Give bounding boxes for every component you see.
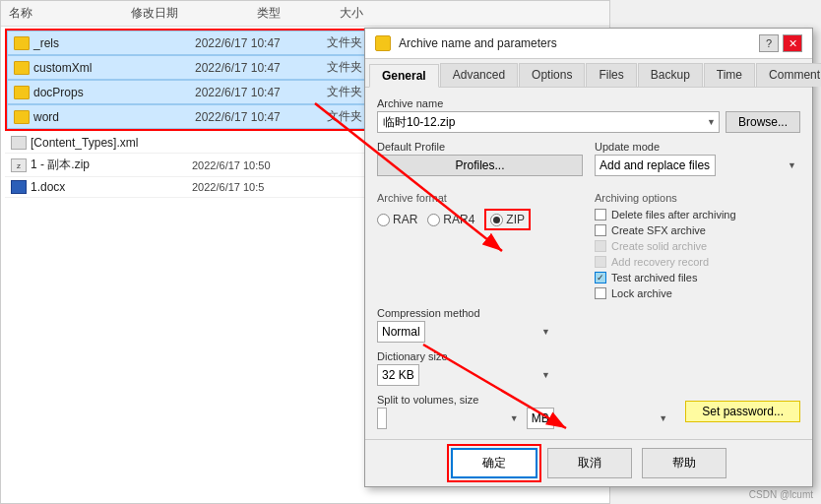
option-recovery: Add recovery record bbox=[595, 256, 800, 268]
tab-options[interactable]: Options bbox=[519, 63, 585, 87]
folder-icon bbox=[14, 61, 30, 75]
dialog-title-text: Archive name and parameters bbox=[399, 36, 557, 50]
file-date: 2022/6/17 10:47 bbox=[195, 36, 323, 50]
split-label: Split to volumes, size bbox=[377, 394, 671, 406]
tab-general[interactable]: General bbox=[369, 64, 439, 88]
browse-button[interactable]: Browse... bbox=[726, 111, 800, 133]
archive-format-group: Archive format RAR RAR4 ZIP bbox=[377, 192, 583, 299]
split-input[interactable] bbox=[377, 408, 387, 429]
test-checkbox[interactable] bbox=[595, 272, 606, 284]
cancel-button[interactable]: 取消 bbox=[547, 448, 632, 478]
tab-backup[interactable]: Backup bbox=[638, 63, 703, 87]
tab-comment[interactable]: Comment bbox=[756, 63, 821, 87]
folder-icon bbox=[14, 110, 30, 124]
delete-files-checkbox[interactable] bbox=[595, 209, 606, 220]
help-button[interactable]: ? bbox=[759, 34, 779, 52]
file-name: _rels bbox=[33, 36, 191, 50]
tab-files[interactable]: Files bbox=[586, 63, 636, 87]
dialog-tabs: General Advanced Options Files Backup Ti… bbox=[365, 59, 812, 88]
col-header-size: 大小 bbox=[340, 5, 363, 22]
archive-name-input[interactable] bbox=[377, 111, 720, 133]
zip-icon: z bbox=[11, 158, 27, 172]
solid-label: Create solid archive bbox=[611, 240, 707, 252]
tab-advanced[interactable]: Advanced bbox=[440, 63, 518, 87]
file-date: 2022/6/17 10:47 bbox=[195, 86, 323, 99]
two-column-section: Default Profile Profiles... Update mode … bbox=[377, 141, 800, 184]
archive-name-label: Archive name bbox=[377, 97, 800, 109]
format-options-section: Archive format RAR RAR4 ZIP bbox=[377, 192, 800, 299]
lock-checkbox[interactable] bbox=[595, 287, 606, 299]
split-unit-select[interactable]: MB bbox=[527, 408, 554, 429]
archive-format-label: Archive format bbox=[377, 192, 583, 204]
profiles-button[interactable]: Profiles... bbox=[377, 155, 583, 176]
delete-files-label: Delete files after archiving bbox=[611, 209, 736, 220]
radio-rar4[interactable]: RAR4 bbox=[427, 213, 474, 226]
file-date: 2022/6/17 10:5 bbox=[192, 181, 320, 193]
file-date: 2022/6/17 10:47 bbox=[195, 61, 323, 75]
format-radio-group: RAR RAR4 ZIP bbox=[377, 209, 583, 230]
rar4-radio[interactable] bbox=[427, 214, 440, 226]
radio-rar[interactable]: RAR bbox=[377, 213, 417, 226]
explorer-header: 名称 修改日期 类型 大小 bbox=[1, 1, 609, 27]
tab-time[interactable]: Time bbox=[704, 63, 755, 87]
folder-icon bbox=[14, 86, 30, 99]
docx-icon bbox=[11, 180, 27, 194]
compression-method-select[interactable]: Normal bbox=[377, 321, 425, 343]
col-header-type: 类型 bbox=[257, 5, 281, 22]
dialog-footer: 确定 取消 帮助 bbox=[365, 439, 812, 486]
rar4-label: RAR4 bbox=[443, 213, 474, 226]
sfx-label: Create SFX archive bbox=[611, 224, 706, 236]
default-profile-label: Default Profile bbox=[377, 141, 583, 153]
file-name: word bbox=[33, 110, 191, 124]
option-lock[interactable]: Lock archive bbox=[595, 287, 800, 299]
dialog-window-controls: ? ✕ bbox=[759, 34, 802, 52]
dictionary-size-select[interactable]: 32 KB bbox=[377, 364, 419, 386]
radio-zip[interactable]: ZIP bbox=[484, 209, 531, 230]
recovery-checkbox bbox=[595, 256, 606, 268]
ok-button[interactable]: 确定 bbox=[451, 448, 537, 478]
compression-method-group: Compression method Normal bbox=[377, 307, 800, 343]
dictionary-size-group: Dictionary size 32 KB bbox=[377, 350, 800, 386]
right-column: Update mode Add and replace files bbox=[595, 141, 800, 184]
file-date: 2022/6/17 10:50 bbox=[192, 159, 320, 171]
sfx-checkbox[interactable] bbox=[595, 224, 606, 236]
dialog-title-area: Archive name and parameters bbox=[375, 35, 557, 51]
default-profile-group: Default Profile Profiles... bbox=[377, 141, 583, 176]
archive-dialog: Archive name and parameters ? ✕ General … bbox=[364, 28, 813, 487]
rar-radio[interactable] bbox=[377, 214, 390, 226]
dialog-titlebar: Archive name and parameters ? ✕ bbox=[365, 29, 812, 59]
update-mode-select[interactable]: Add and replace files bbox=[595, 155, 716, 176]
option-solid: Create solid archive bbox=[595, 240, 800, 252]
help-footer-button[interactable]: 帮助 bbox=[642, 448, 726, 478]
archiving-options-list: Delete files after archiving Create SFX … bbox=[595, 209, 800, 299]
dictionary-size-label: Dictionary size bbox=[377, 350, 800, 362]
archive-name-group: Archive name Browse... bbox=[377, 97, 800, 133]
file-name: [Content_Types].xml bbox=[31, 136, 188, 150]
zip-radio[interactable] bbox=[490, 214, 503, 226]
archive-name-row: Browse... bbox=[377, 111, 800, 133]
split-input-row: MB bbox=[377, 408, 671, 429]
watermark: CSDN @lcumt bbox=[749, 489, 813, 500]
zip-label: ZIP bbox=[506, 213, 525, 226]
set-password-button[interactable]: Set password... bbox=[685, 401, 800, 422]
split-group: Split to volumes, size MB bbox=[377, 394, 671, 429]
option-delete-files[interactable]: Delete files after archiving bbox=[595, 209, 800, 220]
file-date: 2022/6/17 10:47 bbox=[195, 110, 323, 124]
lock-label: Lock archive bbox=[611, 287, 672, 299]
split-password-row: Split to volumes, size MB Set passw bbox=[377, 394, 800, 429]
close-button[interactable]: ✕ bbox=[783, 34, 802, 52]
archiving-options-group: Archiving options Delete files after arc… bbox=[595, 192, 800, 299]
file-name: customXml bbox=[33, 61, 191, 75]
folder-icon bbox=[14, 36, 30, 50]
col-header-date: 修改日期 bbox=[131, 5, 178, 22]
file-name: 1 - 副本.zip bbox=[31, 157, 188, 173]
solid-checkbox bbox=[595, 240, 606, 252]
update-mode-group: Update mode Add and replace files bbox=[595, 141, 800, 176]
rar-label: RAR bbox=[393, 213, 417, 226]
file-name: 1.docx bbox=[31, 180, 188, 194]
dialog-body: Archive name Browse... Default Profile P… bbox=[365, 88, 812, 439]
option-sfx[interactable]: Create SFX archive bbox=[595, 224, 800, 236]
dialog-app-icon bbox=[375, 35, 391, 51]
archiving-options-label: Archiving options bbox=[595, 192, 800, 204]
option-test[interactable]: Test archived files bbox=[595, 272, 800, 284]
